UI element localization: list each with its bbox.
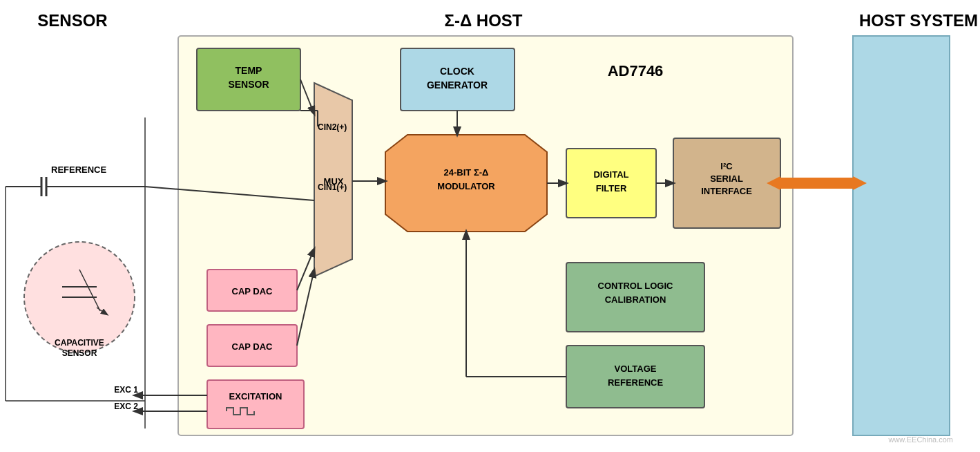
- modulator-label2: MODULATOR: [437, 181, 495, 191]
- voltage-ref-label2: REFERENCE: [608, 377, 664, 388]
- digital-filter-label1: DIGITAL: [593, 169, 628, 180]
- exc1-label: EXC 1: [114, 385, 138, 395]
- svg-rect-1: [853, 36, 950, 435]
- modulator-label1: 24-BIT Σ-Δ: [444, 167, 489, 178]
- host-system-header: HOST SYSTEM: [859, 11, 978, 30]
- i2c-label1: I²C: [720, 161, 733, 171]
- reference-label: REFERENCE: [51, 164, 107, 175]
- temp-sensor-label: TEMP: [236, 65, 262, 76]
- clock-gen-label2: GENERATOR: [427, 79, 488, 91]
- clock-gen-label: CLOCK: [440, 66, 474, 77]
- host-header: Σ-Δ HOST: [445, 11, 523, 30]
- excitation-block: [207, 380, 304, 429]
- voltage-ref-block: [566, 346, 704, 408]
- cap-dac1-label: CAP DAC: [232, 286, 273, 296]
- cin1-label: CIN1(+): [318, 182, 347, 192]
- watermark: www.EEChina.com: [887, 435, 953, 444]
- digital-filter-label2: FILTER: [596, 183, 627, 194]
- cap-sensor-label2: SENSOR: [62, 348, 97, 358]
- i2c-label3: INTERFACE: [701, 186, 752, 196]
- sensor-header: SENSOR: [37, 11, 107, 30]
- cap-sensor-label1: CAPACITIVE: [55, 338, 104, 348]
- i2c-label2: SERIAL: [710, 173, 743, 184]
- exc2-label: EXC 2: [114, 402, 138, 411]
- voltage-ref-label1: VOLTAGE: [615, 364, 657, 374]
- ad7746-label: AD7746: [608, 62, 664, 79]
- excitation-label: EXCITATION: [229, 391, 282, 402]
- cap-dac2-label: CAP DAC: [232, 341, 273, 352]
- main-diagram: SENSOR Σ-Δ HOST HOST SYSTEM AD7746 TEMP …: [0, 0, 980, 452]
- cin2-label: CIN2(+): [318, 122, 347, 132]
- control-label2: CALIBRATION: [605, 294, 666, 305]
- diagram-svg: SENSOR Σ-Δ HOST HOST SYSTEM AD7746 TEMP …: [0, 0, 980, 452]
- temp-sensor-label2: SENSOR: [228, 79, 269, 90]
- control-label1: CONTROL LOGIC: [598, 281, 673, 291]
